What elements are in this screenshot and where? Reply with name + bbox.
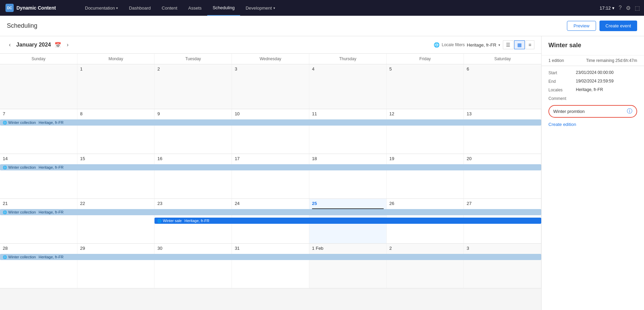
event-detail-sidebar: Winter sale 1 edition Time remaining 25d… [541, 36, 644, 310]
cal-cell-7[interactable]: 7 [0, 109, 77, 154]
create-event-button[interactable]: Create event [599, 21, 637, 31]
preview-button[interactable]: Preview [567, 21, 596, 31]
nav-scheduling[interactable]: Scheduling [207, 0, 240, 16]
main-layout: ‹ January 2024 📅 › 🌐 Locale filters Heri… [0, 36, 644, 310]
prev-month-button[interactable]: ‹ [7, 41, 13, 49]
logo-icon: DC [5, 4, 14, 12]
cal-cell-1[interactable]: 1 [77, 64, 155, 109]
list-view-button[interactable]: ☰ [503, 40, 513, 49]
edition-count: 1 edition [548, 58, 564, 63]
globe-icon: 🌐 [3, 210, 7, 214]
cal-cell-10[interactable]: 10 [232, 109, 309, 154]
compact-view-button[interactable]: ≡ [525, 40, 534, 49]
calendar-nav: ‹ January 2024 📅 › 🌐 Locale filters Heri… [0, 36, 541, 54]
cal-cell-14[interactable]: 14 [0, 154, 77, 198]
cal-cell-21[interactable]: 21 [0, 199, 77, 243]
day-friday: Friday [387, 54, 464, 64]
chevron-down-icon: ▾ [612, 5, 615, 11]
cal-cell-22[interactable]: 22 [77, 199, 155, 243]
cal-cell-30[interactable]: 30 [154, 244, 232, 288]
create-edition-link[interactable]: Create edition [548, 120, 637, 128]
grid-view-button[interactable]: ▦ [514, 40, 525, 49]
cal-cell-9[interactable]: 9 [154, 109, 232, 154]
winter-collection-event-week5[interactable]: 🌐 Winter collection Heritage, fr-FR [0, 254, 541, 260]
winter-collection-event-week2[interactable]: 🌐 Winter collection Heritage, fr-FR [0, 119, 541, 126]
winter-collection-event-week3[interactable]: 🌐 Winter collection Heritage, fr-FR [0, 164, 541, 170]
locales-value: Heritage, fr-FR [576, 87, 603, 92]
start-value: 23/01/2024 00:00:00 [576, 70, 614, 75]
nav-documentation[interactable]: Documentation ▾ [79, 0, 123, 16]
cal-nav-center: ‹ January 2024 📅 › [7, 41, 71, 49]
cal-cell-17[interactable]: 17 [232, 154, 309, 198]
globe-icon: 🌐 [157, 219, 161, 223]
end-label: End [548, 79, 576, 84]
globe-icon: 🌐 [3, 121, 7, 125]
cal-cell-6[interactable]: 6 [464, 64, 541, 109]
promotion-name: Winter promtion [553, 109, 585, 114]
nav-right: 17:12 ▾ ? ⚙ ⬚ [600, 5, 640, 11]
clock-display: 17:12 ▾ [600, 5, 615, 11]
comment-row: Comment [548, 96, 637, 101]
winter-sale-event-week4[interactable]: 🌐 Winter sale Heritage, fr-FR [154, 218, 541, 224]
locale-filter-value: Heritage, fr-FR [467, 42, 496, 48]
nav-content[interactable]: Content [156, 0, 183, 16]
calendar-month-label: January 2024 [16, 42, 51, 48]
start-label: Start [548, 70, 576, 75]
time-remaining: Time remaining 25d:6h:47m [586, 58, 637, 63]
locale-filter[interactable]: 🌐 Locale filters Heritage, fr-FR ▾ [434, 42, 500, 48]
cal-cell-15[interactable]: 15 [77, 154, 155, 198]
cal-cell-2[interactable]: 2 [154, 64, 232, 109]
locales-label: Locales [548, 87, 576, 92]
calendar-week-3: 14 15 16 17 18 19 20 🌐 Winter collection… [0, 154, 541, 199]
top-nav: DC Dynamic Content Documentation ▾ Dashb… [0, 0, 644, 16]
day-monday: Monday [77, 54, 155, 64]
locales-row: Locales Heritage, fr-FR [548, 87, 637, 92]
info-icon[interactable]: ⓘ [627, 108, 632, 115]
calendar-week-4: 21 22 23 24 25 26 27 🌐 Winter collection… [0, 199, 541, 244]
start-row: Start 23/01/2024 00:00:00 [548, 70, 637, 75]
cal-cell-20[interactable]: 20 [464, 154, 541, 198]
calendar-week-2: 7 8 9 10 11 12 13 🌐 Winter collection He… [0, 109, 541, 154]
nav-development[interactable]: Development ▾ [240, 0, 281, 16]
cal-cell-16[interactable]: 16 [154, 154, 232, 198]
winter-promotion-item[interactable]: Winter promtion ⓘ [548, 105, 637, 118]
logout-icon[interactable]: ⬚ [635, 5, 640, 11]
cal-cell-1feb[interactable]: 1 Feb [309, 244, 387, 288]
nav-assets[interactable]: Assets [183, 0, 207, 16]
day-saturday: Saturday [464, 54, 541, 64]
app-logo[interactable]: DC Dynamic Content [4, 4, 79, 12]
cal-cell-29[interactable]: 29 [77, 244, 155, 288]
globe-icon: 🌐 [3, 255, 7, 259]
calendar-grid: 1 2 3 4 5 6 7 8 9 10 11 12 13 🌐 Winter c… [0, 64, 541, 310]
cal-cell-11[interactable]: 11 [309, 109, 387, 154]
cal-cell-18[interactable]: 18 [309, 154, 387, 198]
winter-collection-event-week4[interactable]: 🌐 Winter collection Heritage, fr-FR [0, 209, 541, 215]
app-title: Dynamic Content [16, 5, 56, 11]
locale-filter-label: Locale filters [442, 42, 465, 47]
cal-cell-5[interactable]: 5 [387, 64, 464, 109]
cal-cell-empty[interactable] [0, 64, 77, 109]
cal-cell-12[interactable]: 12 [387, 109, 464, 154]
help-icon[interactable]: ? [619, 5, 622, 11]
cal-cell-8[interactable]: 8 [77, 109, 155, 154]
end-row: End 19/02/2024 23:59:59 [548, 79, 637, 84]
cal-cell-19[interactable]: 19 [387, 154, 464, 198]
cal-cell-4[interactable]: 4 [309, 64, 387, 109]
next-month-button[interactable]: › [65, 41, 71, 49]
calendar-icon[interactable]: 📅 [54, 42, 61, 48]
sidebar-body: Start 23/01/2024 00:00:00 End 19/02/2024… [542, 66, 644, 132]
nav-dashboard[interactable]: Dashboard [123, 0, 156, 16]
comment-label: Comment [548, 96, 576, 101]
cal-cell-2feb[interactable]: 2 [387, 244, 464, 288]
end-value: 19/02/2024 23:59:59 [576, 79, 614, 84]
cal-cell-3feb[interactable]: 3 [464, 244, 541, 288]
page-header: Scheduling Preview Create event [0, 16, 644, 36]
cal-nav-right: 🌐 Locale filters Heritage, fr-FR ▾ ☰ ▦ ≡ [434, 40, 534, 49]
chevron-down-icon: ▾ [116, 6, 118, 10]
settings-icon[interactable]: ⚙ [626, 5, 631, 11]
cal-cell-3[interactable]: 3 [232, 64, 309, 109]
event-title: Winter sale [548, 42, 637, 49]
cal-cell-13[interactable]: 13 [464, 109, 541, 154]
cal-cell-31[interactable]: 31 [232, 244, 309, 288]
cal-cell-28[interactable]: 28 [0, 244, 77, 288]
